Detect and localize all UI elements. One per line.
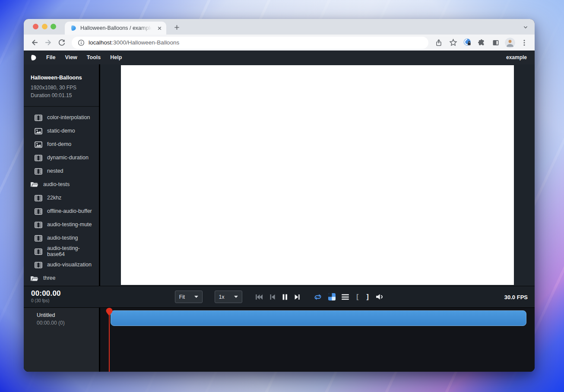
sidebar-item-label: audio-tests xyxy=(43,182,70,188)
remotion-logo-icon xyxy=(30,54,37,61)
tab-strip: Halloween-Balloons / example xyxy=(24,19,535,35)
pause-icon[interactable] xyxy=(282,294,288,300)
sidebar-item-offline-audio-buffer[interactable]: offline-audio-buffer xyxy=(24,205,99,218)
zoom-window-button[interactable] xyxy=(51,24,56,29)
share-icon[interactable] xyxy=(434,38,444,48)
sidebar-item-label: color-interpolation xyxy=(47,115,90,121)
extensions-puzzle-icon[interactable] xyxy=(476,38,487,48)
sidebar-item-nested[interactable]: nested xyxy=(24,164,99,178)
player-toolbar: 00:00.00 0 (30 fps) Fit 1x xyxy=(24,286,535,308)
video-canvas[interactable] xyxy=(121,65,514,285)
sidebar-item-dynamic-duration[interactable]: dynamic-duration xyxy=(24,151,99,164)
size-select-value: Fit xyxy=(179,294,185,300)
volume-icon[interactable] xyxy=(376,294,383,300)
film-icon xyxy=(35,235,42,242)
chevron-down-icon xyxy=(194,296,198,298)
film-icon xyxy=(35,208,42,215)
site-info-icon[interactable] xyxy=(78,39,85,46)
bookmark-star-icon[interactable] xyxy=(448,38,458,48)
tab-title: Halloween-Balloons / example xyxy=(80,25,153,31)
sidebar-list: color-interpolationstatic-demofont-demod… xyxy=(24,107,99,285)
forward-icon[interactable] xyxy=(42,37,54,48)
still-icon xyxy=(35,128,42,135)
preview-area xyxy=(100,64,535,286)
track-label-panel: Untitled 00:00.00 (0) xyxy=(24,308,100,372)
sidebar-item-static-demo[interactable]: static-demo xyxy=(24,124,99,138)
tab-close-icon[interactable] xyxy=(156,25,163,32)
sidebar-item-label: font-demo xyxy=(47,142,71,148)
composition-duration: Duration 00:01.15 xyxy=(31,92,92,99)
side-panel-icon[interactable] xyxy=(491,38,501,48)
app-menubar: File View Tools Help example xyxy=(24,51,535,64)
sidebar-item-audio-testing-base64[interactable]: audio-testing-base64 xyxy=(24,245,99,259)
menu-file[interactable]: File xyxy=(41,54,60,60)
tab-search-chevron-icon[interactable] xyxy=(521,23,530,32)
sidebar-item-color-interpolation[interactable]: color-interpolation xyxy=(24,111,99,124)
still-icon xyxy=(35,141,42,148)
sidebar-item-label: static-demo xyxy=(47,128,75,134)
frame-counter: 0 (30 fps) xyxy=(31,298,61,303)
sidebar-item-label: audio-visualization xyxy=(47,262,92,268)
sidebar-item-audio-testing[interactable]: audio-testing xyxy=(24,231,99,245)
menu-view[interactable]: View xyxy=(60,54,82,60)
film-icon xyxy=(35,248,42,255)
sidebar-item-three[interactable]: three xyxy=(24,272,99,285)
size-select[interactable]: Fit xyxy=(175,291,203,303)
speed-select[interactable]: 1x xyxy=(215,291,242,303)
player-controls: Fit 1x xyxy=(175,291,383,303)
desktop-wallpaper: Halloween-Balloons / example xyxy=(0,0,564,392)
time-display: 00:00.00 0 (30 fps) xyxy=(31,289,61,303)
remotion-favicon-icon xyxy=(70,25,77,32)
composition-info: Halloween-Balloons 1920x1080, 30 FPS Dur… xyxy=(24,64,99,107)
menu-help[interactable]: Help xyxy=(105,54,127,60)
next-frame-icon[interactable] xyxy=(294,294,301,300)
previous-frame-icon[interactable] xyxy=(269,294,276,300)
minimize-window-button[interactable] xyxy=(42,24,48,29)
out-point-bracket-icon[interactable]: ] xyxy=(366,294,370,300)
transparency-checkerboard-icon[interactable] xyxy=(328,293,336,300)
sidebar-item-label: offline-audio-buffer xyxy=(47,209,92,215)
sidebar-item-label: three xyxy=(43,275,56,281)
playhead-marker[interactable] xyxy=(105,308,113,318)
main-area: Halloween-Balloons 1920x1080, 30 FPS Dur… xyxy=(24,64,535,286)
sidebar-item-audio-testing-mute[interactable]: audio-testing-mute xyxy=(24,218,99,231)
skip-to-start-icon[interactable] xyxy=(255,294,263,300)
folder-icon xyxy=(30,181,38,188)
sidebar-item-label: nested xyxy=(47,168,63,174)
traffic-lights xyxy=(33,24,56,29)
sidebar-item-audio-visualization[interactable]: audio-visualization xyxy=(24,259,99,272)
back-icon[interactable] xyxy=(29,37,41,48)
reload-icon[interactable] xyxy=(56,37,67,48)
menu-tools[interactable]: Tools xyxy=(82,54,105,60)
sidebar-item-22khz[interactable]: 22khz xyxy=(24,191,99,205)
film-icon xyxy=(35,262,42,269)
track-name: Untitled xyxy=(37,312,99,318)
sidebar-item-font-demo[interactable]: font-demo xyxy=(24,138,99,151)
browser-tab[interactable]: Halloween-Balloons / example xyxy=(65,22,166,35)
film-icon xyxy=(35,195,42,202)
film-icon xyxy=(35,114,42,121)
composition-resolution: 1920x1080, 30 FPS xyxy=(31,84,92,92)
sidebar-item-audio-tests[interactable]: audio-tests xyxy=(24,178,99,191)
timeline-list-icon[interactable] xyxy=(342,294,349,300)
browser-window: Halloween-Balloons / example xyxy=(24,19,535,372)
browser-menu-icon[interactable] xyxy=(519,38,529,48)
sidebar-item-label: audio-testing-mute xyxy=(47,222,92,228)
close-window-button[interactable] xyxy=(33,24,38,29)
film-icon xyxy=(35,155,42,161)
address-bar[interactable]: localhost:3000/Halloween-Balloons xyxy=(72,37,428,49)
sidebar-item-label: audio-testing-base64 xyxy=(47,246,96,258)
url-text: localhost:3000/Halloween-Balloons xyxy=(89,39,179,46)
fps-display: 30.0 FPS xyxy=(504,294,528,300)
new-tab-button[interactable] xyxy=(172,23,181,32)
speed-select-value: 1x xyxy=(219,294,225,300)
folder-icon xyxy=(30,275,38,282)
privacy-extension-icon[interactable] xyxy=(462,38,472,48)
profile-avatar[interactable] xyxy=(505,38,515,48)
timeline-sequence-bar[interactable] xyxy=(111,310,526,326)
timeline-canvas[interactable] xyxy=(100,308,535,372)
composition-title: Halloween-Balloons xyxy=(31,75,92,81)
chevron-down-icon xyxy=(234,296,238,298)
in-point-bracket-icon[interactable]: [ xyxy=(355,294,360,300)
loop-icon[interactable] xyxy=(314,294,322,300)
